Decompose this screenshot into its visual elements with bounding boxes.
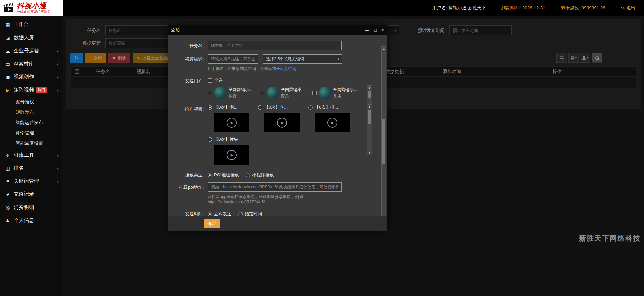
videos-scrollbar[interactable]: ▲ ▼ xyxy=(367,104,372,155)
video-thumbnail[interactable]: ▶ xyxy=(315,113,350,132)
select-all-users[interactable]: 全选 xyxy=(208,76,372,83)
confirm-button[interactable]: 确定 xyxy=(204,219,220,228)
video-radio[interactable] xyxy=(258,105,262,110)
add-keyword-link[interactable]: 添加长尾关键词 xyxy=(268,66,296,71)
video-row-2: 【0次】片头 ▶ xyxy=(208,136,372,165)
sidebar-item-ai-material[interactable]: ▤ AI素材库 ‹ xyxy=(0,57,63,70)
sidebar-item-video-create[interactable]: ▣ 视频创作 ‹ xyxy=(0,70,63,83)
chevron-left-icon: ‹ xyxy=(57,153,59,158)
brand-title: 抖视小通 xyxy=(17,2,50,10)
scroll-down-icon[interactable]: ▼ xyxy=(368,151,371,155)
video-item[interactable]: 【0次】抖... ▶ xyxy=(308,104,350,132)
user-item[interactable]: 全网营销小... 抖音 xyxy=(208,87,260,99)
sidebar-item-consumption-detail[interactable]: ◎ 消费明细 ‹ xyxy=(0,201,63,214)
sidebar-item-label: 关键词管理 xyxy=(14,178,39,184)
send-time-label: 发送时间: xyxy=(172,209,204,216)
keyword-select[interactable]: 选择2-5个长尾关键词 ▾ xyxy=(263,54,342,64)
video-label: 【0次】测... xyxy=(214,104,237,110)
watermark: 新胜天下网络科技 xyxy=(579,234,641,243)
sidebar-item-keyword-manage[interactable]: ≡ 关键词管理 ‹ xyxy=(0,175,63,188)
mount-option-小程序挂载[interactable]: 小程序挂载 xyxy=(246,172,274,178)
video-thumbnail[interactable]: ▶ xyxy=(214,145,249,165)
user-item[interactable]: 全网营销小... 头条 xyxy=(312,87,365,99)
expire-time: 到期时间: 2028-12-31 xyxy=(501,5,545,11)
promo-videos-label: 推广视频: xyxy=(172,104,204,165)
sidebar-item-label: 充值记录 xyxy=(14,191,34,197)
video-row-1: 【0次】测... ▶ 【0次】企... ▶ 【0次】抖... ▶ xyxy=(208,104,372,132)
scroll-up-icon[interactable]: ▲ xyxy=(368,86,371,90)
sidebar-item-label: 工作台 xyxy=(14,21,29,28)
send-option-指定时间[interactable]: 指定时间 xyxy=(238,211,262,216)
video-radio[interactable] xyxy=(308,105,313,110)
sidebar-item-workbench[interactable]: ▦ 工作台 ‹ xyxy=(0,18,63,31)
submenu-item-矩阵发布[interactable]: 矩阵发布 xyxy=(0,107,63,117)
brand-subtitle: 一站式短视频运营助手 xyxy=(17,10,50,14)
modal-scroll-thumb[interactable] xyxy=(382,119,385,164)
user-platform: 头条 xyxy=(333,93,359,99)
sidebar: 抖视小通 一站式短视频运营助手 ▦ 工作台 ‹ ◪ 数据大屏 ‹ ☁ 企业号运营… xyxy=(0,0,63,296)
play-icon: ▶ xyxy=(277,118,287,128)
modal-footer: 确定 xyxy=(168,216,387,231)
submenu-item-智能运营发布[interactable]: 智能运营发布 xyxy=(0,117,63,128)
video-label: 【0次】抖... xyxy=(315,104,338,110)
mount-type-label: 挂载类型: xyxy=(172,170,204,178)
sidebar-item-data-screen[interactable]: ◪ 数据大屏 ‹ xyxy=(0,31,63,44)
modal-scrollbar[interactable]: ▲ ▼ xyxy=(381,46,386,216)
task-name-input[interactable] xyxy=(208,41,342,50)
video-thumbnail[interactable]: ▶ xyxy=(214,113,249,132)
minimize-icon[interactable]: — xyxy=(365,28,369,33)
user-checkbox[interactable] xyxy=(260,91,264,95)
user-list: 全网营销小... 抖音 全网营销小... 西瓜 全网营销小... 头条 xyxy=(208,87,365,99)
scroll-up-icon[interactable]: ▲ xyxy=(383,47,385,51)
user-avatar xyxy=(319,87,331,99)
scroll-up-icon[interactable]: ▲ xyxy=(368,105,371,109)
poi-address-input[interactable] xyxy=(208,182,342,192)
sidebar-item-personal-info[interactable]: ♟ 个人信息 ‹ xyxy=(0,214,63,227)
select-all-users-checkbox[interactable] xyxy=(208,78,212,83)
sidebar-item-label: 排名 xyxy=(14,165,24,171)
sidebar-item-recharge-record[interactable]: ¥ 充值记录 ‹ xyxy=(0,188,63,201)
users-scroll-thumb[interactable] xyxy=(368,91,371,98)
sidebar-item-enterprise-account[interactable]: ☁ 企业号运营 ‹ xyxy=(0,44,63,57)
hot-badge: 热门 xyxy=(36,87,47,93)
video-thumbnail[interactable]: ▶ xyxy=(264,113,300,132)
submenu-item-label: 矩阵发布 xyxy=(16,109,34,115)
mount-option-POI地址挂载[interactable]: POI地址挂载 xyxy=(208,172,239,178)
chevron-left-icon: ‹ xyxy=(57,74,59,80)
videos-scroll-thumb[interactable] xyxy=(368,110,371,124)
submenu-item-账号授权[interactable]: 账号授权 xyxy=(0,97,63,107)
video-item[interactable]: 【0次】测... ▶ xyxy=(208,104,249,132)
sidebar-item-matrix-video[interactable]: ▶ 矩阵视频 热门 ‹ xyxy=(0,83,63,97)
logout-button[interactable]: ↪ 退出 xyxy=(621,5,635,11)
video-item[interactable]: 【0次】企... ▶ xyxy=(258,104,300,132)
play-icon: ▶ xyxy=(4,87,11,93)
yen-icon: ¥ xyxy=(4,192,11,197)
submenu-item-智能回复设置[interactable]: 智能回复设置 xyxy=(0,138,63,149)
play-icon: ▶ xyxy=(227,118,237,128)
chart-icon: ◪ xyxy=(4,35,11,41)
user-checkbox[interactable] xyxy=(312,91,317,95)
video-radio[interactable] xyxy=(208,105,212,110)
caret-down-icon: ▾ xyxy=(338,55,339,63)
logo: 抖视小通 一站式短视频运营助手 xyxy=(0,0,63,16)
maximize-icon[interactable]: □ xyxy=(374,28,377,33)
user-checkbox[interactable] xyxy=(208,91,212,95)
document-icon: ≡ xyxy=(4,179,11,184)
send-option-立即发送[interactable]: 立即发送 xyxy=(208,211,231,216)
sidebar-item-ranking[interactable]: ◫ 排名 ‹ xyxy=(0,162,63,175)
sidebar-item-traffic-tools[interactable]: ✈ 引流工具 ‹ xyxy=(0,149,63,162)
film-icon: ▣ xyxy=(4,74,11,80)
video-desc-input[interactable] xyxy=(208,54,258,64)
workbench-icon: ▦ xyxy=(4,22,11,27)
sidebar-menu: ▦ 工作台 ‹ ◪ 数据大屏 ‹ ☁ 企业号运营 ‹ ▤ AI素材库 ‹ ▣ 视… xyxy=(0,16,63,227)
close-icon[interactable]: × xyxy=(382,28,384,33)
video-item[interactable]: 【0次】片头 ▶ xyxy=(208,136,249,165)
user-item[interactable]: 全网营销小... 西瓜 xyxy=(260,87,312,99)
user-avatar xyxy=(267,87,279,99)
submenu-item-评论管理[interactable]: 评论管理 xyxy=(0,128,63,138)
topbar: 用户名: 抖视小通-新胜天下 到期时间: 2028-12-31 剩余点数: 99… xyxy=(63,0,644,16)
sidebar-item-label: 数据大屏 xyxy=(14,35,34,41)
video-radio[interactable] xyxy=(208,137,212,142)
user-name: 全网营销小... xyxy=(333,87,359,93)
chevron-left-icon: ‹ xyxy=(57,48,59,54)
